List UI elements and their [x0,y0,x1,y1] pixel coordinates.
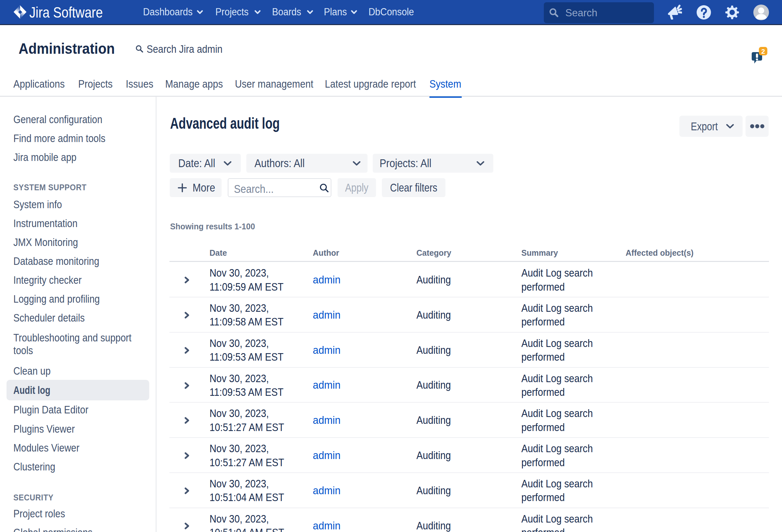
svg-text:2: 2 [761,47,765,55]
